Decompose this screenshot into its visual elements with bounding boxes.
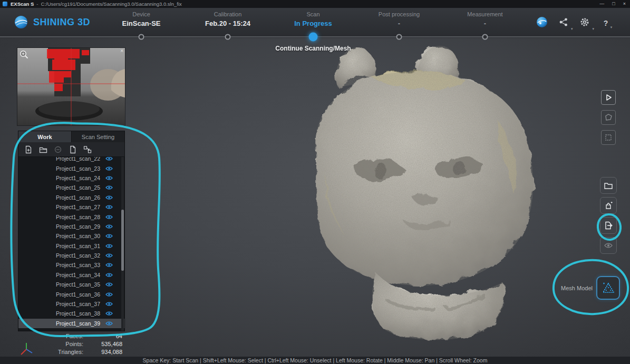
- scan-row[interactable]: Project1_scan_39: [18, 319, 124, 328]
- scan-row[interactable]: Project1_scan_37: [18, 299, 124, 309]
- eye-icon[interactable]: [105, 233, 113, 239]
- mesh-model-icon: [601, 281, 616, 296]
- visibility-button[interactable]: [600, 237, 617, 254]
- scan-row[interactable]: Project1_scan_23: [18, 163, 124, 173]
- share-icon: [559, 17, 569, 27]
- workflow-step-post-processing[interactable]: Post processing -: [353, 11, 445, 27]
- new-project-button[interactable]: [24, 145, 33, 154]
- magnifier-icon: [20, 50, 28, 59]
- step-value: EinScan-SE: [95, 19, 188, 27]
- scan-row[interactable]: Project1_scan_34: [18, 270, 124, 280]
- scan-row[interactable]: Project1_scan_28: [18, 212, 124, 221]
- eye-icon[interactable]: [105, 292, 113, 297]
- scan-row-label: Project1_scan_32: [56, 252, 100, 259]
- workflow-step-device[interactable]: Device EinScan-SE: [95, 11, 188, 27]
- step-value: Feb.20 - 15:24: [181, 19, 274, 27]
- open-file-button[interactable]: [600, 177, 617, 194]
- chevron-down-icon: ▾: [610, 25, 613, 29]
- step-label: Device: [95, 11, 188, 17]
- workflow-step-calibration[interactable]: Calibration Feb.20 - 15:24: [181, 11, 274, 27]
- scan-list: Project1_scan_22 Project1_scan_23 Projec…: [18, 157, 124, 331]
- remove-circle-icon: [54, 145, 62, 154]
- preview-close-icon[interactable]: ×: [120, 48, 123, 54]
- close-button[interactable]: ×: [623, 2, 626, 6]
- eye-icon[interactable]: [105, 282, 113, 287]
- stat-points: Points: 535,468: [31, 340, 122, 348]
- registration-button[interactable]: [600, 197, 617, 214]
- minimize-button[interactable]: —: [599, 2, 604, 6]
- eye-icon: [604, 241, 613, 250]
- gear-icon: [579, 17, 590, 27]
- community-button[interactable]: [536, 16, 548, 31]
- maximize-button[interactable]: □: [612, 2, 615, 6]
- scan-row[interactable]: Project1_scan_33: [18, 260, 124, 270]
- export-button[interactable]: [600, 217, 617, 234]
- scan-row[interactable]: Project1_scan_32: [18, 251, 124, 260]
- eye-icon[interactable]: [105, 166, 113, 171]
- scan-row-label: Project1_scan_27: [56, 204, 100, 210]
- scan-row[interactable]: Project1_scan_30: [18, 231, 124, 241]
- scrollbar-thumb[interactable]: [121, 210, 124, 271]
- open-folder-icon: [39, 145, 47, 154]
- eye-icon[interactable]: [105, 224, 113, 229]
- eye-icon[interactable]: [105, 311, 113, 316]
- work-panel: Work Scan Setting: [18, 131, 124, 331]
- open-project-button[interactable]: [38, 145, 48, 154]
- eye-icon[interactable]: [105, 185, 113, 190]
- scan-list-scrollbar: [121, 157, 124, 331]
- eye-icon[interactable]: [105, 253, 113, 258]
- mesh-model-button[interactable]: [596, 276, 620, 300]
- eye-icon[interactable]: [105, 214, 113, 220]
- eye-icon[interactable]: [105, 262, 113, 268]
- eye-icon[interactable]: [105, 157, 113, 161]
- tab-scan-setting[interactable]: Scan Setting: [72, 131, 124, 142]
- mesh-stats: Faces: 64 Points: 535,468 Triangles: 934…: [31, 332, 122, 356]
- step-value: -: [353, 19, 445, 27]
- eye-icon[interactable]: [105, 272, 113, 278]
- scan-row[interactable]: Project1_scan_36: [18, 289, 124, 299]
- new-scan-button[interactable]: [68, 145, 77, 154]
- settings-button[interactable]: ▾: [579, 17, 590, 29]
- rect-select-icon: [604, 133, 613, 142]
- scan-row-label: Project1_scan_28: [56, 214, 100, 220]
- scan-row[interactable]: Project1_scan_26: [18, 193, 124, 202]
- continue-scanning-note: Continue Scanning/Mesh: [275, 45, 351, 52]
- workflow-step-measurement[interactable]: Measurement -: [439, 11, 531, 27]
- rect-select-button[interactable]: [601, 130, 616, 145]
- scan-row[interactable]: Project1_scan_29: [18, 222, 124, 231]
- polygon-select-button[interactable]: [601, 110, 616, 125]
- remove-scan-button[interactable]: [53, 145, 63, 154]
- scan-row[interactable]: Project1_scan_27: [18, 202, 124, 212]
- stat-value: 64: [83, 333, 122, 339]
- step-value: In Progress: [267, 19, 360, 27]
- eye-icon[interactable]: [105, 175, 113, 181]
- scan-row[interactable]: Project1_scan_38: [18, 309, 124, 318]
- eye-icon[interactable]: [105, 195, 113, 200]
- scan-row[interactable]: Project1_scan_31: [18, 241, 124, 251]
- eye-icon[interactable]: [105, 301, 113, 307]
- eye-icon[interactable]: [105, 243, 113, 249]
- start-scan-button[interactable]: [601, 90, 616, 105]
- stat-value: 535,468: [83, 341, 122, 347]
- scan-row[interactable]: Project1_scan_35: [18, 280, 124, 289]
- tab-work[interactable]: Work: [18, 131, 72, 142]
- step-label: Post processing: [353, 11, 445, 17]
- help-button[interactable]: ? ▾: [604, 18, 608, 28]
- preview-zoom-button[interactable]: [20, 50, 28, 59]
- workflow-step-scan[interactable]: Scan In Progress: [267, 11, 360, 27]
- title-separator: -: [36, 1, 38, 7]
- eye-icon[interactable]: [105, 204, 113, 210]
- share-button[interactable]: ▾: [559, 17, 569, 29]
- merge-scans-button[interactable]: [83, 145, 92, 154]
- play-icon: [604, 93, 613, 102]
- scan-row[interactable]: Project1_scan_24: [18, 173, 124, 183]
- eye-icon[interactable]: [105, 321, 113, 326]
- scan-row-label: Project1_scan_34: [56, 272, 100, 278]
- stat-faces: Faces: 64: [31, 332, 122, 340]
- puzzle-icon: [604, 201, 613, 210]
- scan-row[interactable]: Project1_scan_25: [18, 183, 124, 192]
- panel-tabs: Work Scan Setting: [18, 131, 124, 142]
- brand: SHINING 3D: [14, 15, 90, 29]
- shining3d-logo-icon: [14, 15, 28, 29]
- scan-row[interactable]: Project1_scan_22: [18, 157, 124, 163]
